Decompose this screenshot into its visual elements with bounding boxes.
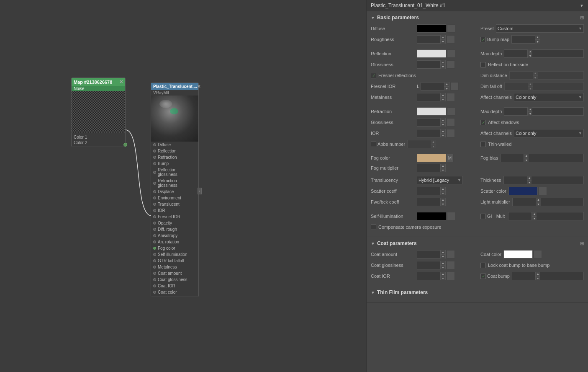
refraction-affect-channels-dropdown[interactable]: Color only ▼ xyxy=(514,129,584,137)
diffuse-color-swatch[interactable] xyxy=(417,24,446,33)
light-multiplier-spinbox[interactable]: 1.0 ▲ ▼ xyxy=(512,198,584,206)
bump-map-spinbox[interactable]: 30.0 ▲ ▼ xyxy=(511,35,540,44)
coat-bump-down[interactable]: ▼ xyxy=(536,276,540,281)
fresnel-ior-map-btn[interactable] xyxy=(450,82,459,90)
refraction-glossiness-spinbox[interactable]: 1.0 ▲ ▼ xyxy=(417,118,446,127)
ior-up[interactable]: ▲ xyxy=(441,129,445,134)
affect-shadows-box[interactable] xyxy=(480,120,486,125)
coat-amount-input[interactable]: 0.0 xyxy=(417,252,440,257)
fresnel-ior-down[interactable]: ▼ xyxy=(444,87,449,91)
metalness-input[interactable]: 0.0 xyxy=(417,95,440,100)
coat-ior-down[interactable]: ▼ xyxy=(441,276,445,281)
expand-handle[interactable]: › xyxy=(198,188,202,194)
coat-params-arrow[interactable]: ▼ xyxy=(371,241,375,246)
abbe-number-checkbox[interactable] xyxy=(371,142,376,147)
refraction-glossiness-input[interactable]: 1.0 xyxy=(417,120,440,125)
abbe-number-down[interactable]: ▼ xyxy=(431,145,436,149)
light-multiplier-down[interactable]: ▼ xyxy=(536,202,541,207)
refraction-max-depth-down[interactable]: ▼ xyxy=(528,112,532,116)
coat-bump-input[interactable]: 30.0 xyxy=(512,274,535,279)
max-depth-up[interactable]: ▲ xyxy=(528,49,532,54)
abbe-number-box[interactable] xyxy=(371,142,376,147)
fwd-bck-coeff-input[interactable]: 0.5 xyxy=(417,199,440,204)
gi-checkbox[interactable] xyxy=(480,214,486,219)
lock-coat-bump-box[interactable] xyxy=(480,263,486,268)
panel-dropdown-arrow[interactable]: ▼ xyxy=(580,3,584,8)
output-connector[interactable] xyxy=(123,143,127,147)
dim-distance-spinbox[interactable]: 100.0cm ▲ ▼ xyxy=(509,71,584,80)
max-depth-input[interactable]: 8 xyxy=(504,51,527,56)
metalness-map-btn[interactable] xyxy=(447,93,455,101)
thickness-spinbox[interactable]: 21.596cr ▲ ▼ xyxy=(503,176,584,184)
fog-bias-down[interactable]: ▼ xyxy=(524,158,529,163)
metalness-up[interactable]: ▲ xyxy=(441,93,445,98)
fresnel-reflections-checkbox[interactable]: Fresnel reflections xyxy=(371,73,416,78)
metalness-down[interactable]: ▼ xyxy=(441,98,445,102)
mult-down[interactable]: ▼ xyxy=(532,217,537,221)
lock-coat-bump-checkbox[interactable]: Lock coat bump to base bump xyxy=(480,263,549,268)
reflect-backside-checkbox[interactable]: Reflect on backside xyxy=(480,62,528,67)
scatter-color-map-btn[interactable] xyxy=(539,187,547,195)
coat-amount-map-btn[interactable] xyxy=(447,250,455,258)
coat-bump-box[interactable] xyxy=(480,274,486,279)
material-node[interactable]: Plastic_Translucent.... ✕ VRayMtl Diffus… xyxy=(151,83,199,297)
compensate-camera-box[interactable] xyxy=(371,225,376,230)
fog-multiplier-spinbox[interactable]: 0.34 ▲ ▼ xyxy=(417,164,446,172)
thin-film-arrow[interactable]: ▼ xyxy=(371,290,375,295)
bump-map-up[interactable]: ▲ xyxy=(535,35,540,40)
scatter-color-swatch[interactable] xyxy=(508,187,538,195)
refraction-color-swatch[interactable] xyxy=(417,107,446,116)
roughness-map-btn[interactable] xyxy=(447,35,455,44)
bump-map-down[interactable]: ▼ xyxy=(535,40,540,44)
coat-bump-up[interactable]: ▲ xyxy=(536,272,540,276)
refraction-glossiness-map-btn[interactable] xyxy=(447,118,455,127)
self-illum-color-swatch[interactable] xyxy=(417,212,446,220)
glossiness-map-btn[interactable] xyxy=(447,60,455,69)
fog-bias-up[interactable]: ▲ xyxy=(524,154,529,158)
max-depth-down[interactable]: ▼ xyxy=(528,54,532,58)
dim-distance-down[interactable]: ▼ xyxy=(533,76,538,80)
bump-map-box[interactable] xyxy=(480,37,486,42)
ior-spinbox[interactable]: 1.356 ▲ ▼ xyxy=(417,129,446,137)
abbe-number-up[interactable]: ▲ xyxy=(431,140,436,145)
glossiness-down[interactable]: ▼ xyxy=(441,65,445,69)
coat-bump-spinbox[interactable]: 30.0 ▲ ▼ xyxy=(512,272,584,280)
dim-distance-input[interactable]: 100.0cm xyxy=(510,73,533,78)
coat-amount-spinbox[interactable]: 0.0 ▲ ▼ xyxy=(417,250,446,258)
scatter-coeff-down[interactable]: ▼ xyxy=(441,191,445,196)
dim-falloff-up[interactable]: ▲ xyxy=(528,82,533,87)
bump-map-checkbox[interactable] xyxy=(480,37,486,42)
fog-color-swatch[interactable] xyxy=(417,154,446,162)
abbe-number-spinbox[interactable]: 50.0 ▲ ▼ xyxy=(407,140,436,148)
light-multiplier-up[interactable]: ▲ xyxy=(536,198,541,202)
ior-down[interactable]: ▼ xyxy=(441,134,445,138)
fog-bias-spinbox[interactable]: 0.07 ▲ ▼ xyxy=(500,154,584,162)
dim-falloff-down[interactable]: ▼ xyxy=(528,87,533,91)
scatter-coeff-spinbox[interactable]: 0.0 ▲ ▼ xyxy=(417,187,446,195)
roughness-down[interactable]: ▼ xyxy=(441,40,445,44)
fwd-bck-coeff-spinbox[interactable]: 0.5 ▲ ▼ xyxy=(417,198,446,206)
max-depth-spinbox[interactable]: 8 ▲ ▼ xyxy=(504,49,584,58)
roughness-input[interactable]: 0.0 xyxy=(417,37,440,42)
affect-shadows-checkbox[interactable]: Affect shadows xyxy=(480,120,519,125)
scatter-coeff-input[interactable]: 0.0 xyxy=(417,189,440,194)
gi-box[interactable] xyxy=(480,214,486,219)
basic-params-arrow[interactable]: ▼ xyxy=(371,16,375,20)
dim-falloff-spinbox[interactable]: 0.0 ▲ ▼ xyxy=(504,82,584,90)
coat-color-map-btn[interactable] xyxy=(534,250,542,258)
affect-channels-dropdown[interactable]: Color only ▼ xyxy=(514,93,584,101)
fresnel-ior-up[interactable]: ▲ xyxy=(444,82,449,87)
translucency-dropdown[interactable]: Hybrid [Legacy ▼ xyxy=(417,176,463,184)
refraction-glossiness-up[interactable]: ▲ xyxy=(441,118,445,123)
glossiness-up[interactable]: ▲ xyxy=(441,60,445,65)
coat-ior-spinbox[interactable]: 1.6 ▲ ▼ xyxy=(417,272,446,280)
abbe-number-input[interactable]: 50.0 xyxy=(408,142,431,147)
preset-dropdown[interactable]: Custom ▼ xyxy=(496,24,584,33)
mult-input[interactable]: 1.0 xyxy=(508,214,532,219)
dim-distance-up[interactable]: ▲ xyxy=(533,71,538,76)
bump-map-input[interactable]: 30.0 xyxy=(512,37,535,42)
map-node-close[interactable]: ✕ xyxy=(119,79,123,85)
fresnel-ior-input[interactable]: 1.6 xyxy=(421,84,444,89)
thin-walled-box[interactable] xyxy=(480,142,486,147)
dim-falloff-input[interactable]: 0.0 xyxy=(505,84,528,89)
